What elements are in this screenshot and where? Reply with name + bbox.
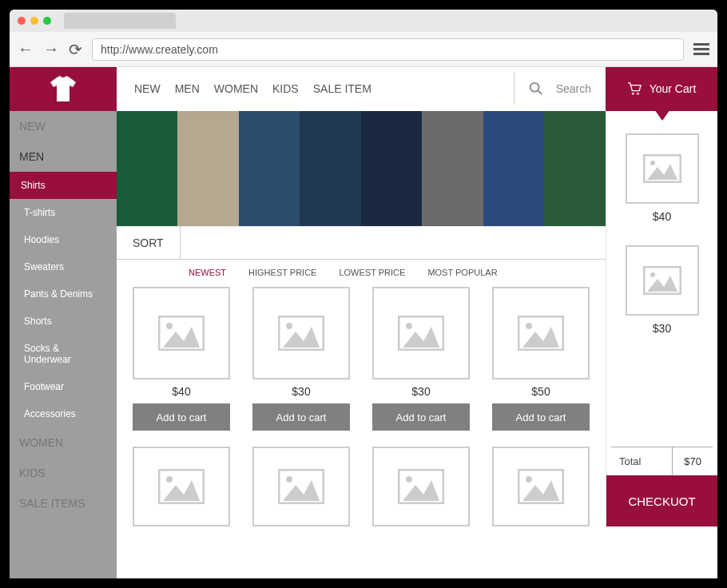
product-image[interactable]: [133, 447, 230, 526]
svg-marker-12: [403, 327, 439, 348]
search-area[interactable]: Search: [514, 73, 606, 105]
add-to-cart-button[interactable]: Add to cart: [133, 403, 230, 431]
product-price: $30: [411, 385, 430, 398]
svg-point-26: [526, 476, 532, 483]
svg-point-3: [637, 93, 639, 95]
tshirt-icon: [49, 76, 77, 103]
reload-icon[interactable]: ⟳: [69, 40, 82, 59]
product-price: $30: [292, 385, 310, 398]
browser-toolbar: ← → ⟳: [10, 32, 717, 67]
sort-bar: SORT: [117, 226, 606, 260]
cart-item-image[interactable]: [626, 133, 699, 204]
cart-item: $30: [606, 239, 717, 351]
add-to-cart-button[interactable]: Add to cart: [372, 403, 470, 431]
sidebar-sub-shirts[interactable]: Shirts: [10, 172, 117, 199]
cart-item-price: $40: [653, 210, 671, 223]
sidebar-sub-socks[interactable]: Socks & Underwear: [10, 335, 117, 373]
svg-point-8: [286, 323, 292, 329]
window-maximize-dot[interactable]: [43, 17, 51, 25]
product-card: $30 Add to cart: [252, 287, 350, 431]
cart-total-value: $70: [673, 447, 713, 475]
window-minimize-dot[interactable]: [30, 17, 38, 25]
sidebar: NEW MEN Shirts T-shirts Hoodies Sweaters…: [10, 67, 117, 578]
sort-label: SORT: [117, 227, 181, 259]
sort-highest-price[interactable]: HIGHEST PRICE: [248, 268, 316, 277]
cart-pointer-icon: [654, 109, 670, 121]
sidebar-item-men[interactable]: MEN: [10, 141, 117, 172]
sidebar-sub-shorts[interactable]: Shorts: [10, 308, 117, 335]
svg-point-0: [530, 83, 538, 92]
sidebar-item-women[interactable]: WOMEN: [10, 427, 117, 458]
cart-label: Your Cart: [650, 82, 697, 95]
svg-point-5: [166, 323, 173, 329]
checkout-button[interactable]: CHECKUOT: [606, 475, 717, 526]
window-close-dot[interactable]: [18, 17, 26, 25]
add-to-cart-button[interactable]: Add to cart: [492, 403, 590, 431]
svg-marker-6: [163, 327, 200, 348]
product-image[interactable]: [372, 287, 470, 379]
svg-point-32: [650, 272, 655, 277]
svg-marker-24: [403, 480, 439, 501]
sort-lowest-price[interactable]: LOWEST PRICE: [339, 268, 405, 277]
product-card: $40 Add to cart: [133, 287, 230, 431]
product-card: $30 Add to cart: [372, 287, 470, 431]
browser-tab-bar: [10, 10, 717, 32]
sidebar-sub-tshirts[interactable]: T-shirts: [10, 199, 117, 226]
sort-newest[interactable]: NEWEST: [189, 268, 226, 277]
product-image[interactable]: [492, 447, 590, 526]
topnav-new[interactable]: NEW: [134, 82, 161, 95]
logo[interactable]: [10, 67, 117, 111]
search-placeholder: Search: [556, 82, 591, 95]
sidebar-sub-pants[interactable]: Pants & Denims: [10, 280, 117, 308]
svg-point-14: [526, 323, 532, 329]
svg-marker-9: [283, 327, 320, 348]
cart-item-price: $30: [653, 322, 671, 335]
cart-item-image[interactable]: [626, 245, 699, 316]
product-image[interactable]: [372, 447, 470, 526]
url-input[interactable]: [92, 38, 684, 61]
svg-point-23: [406, 476, 412, 483]
svg-point-2: [632, 93, 634, 95]
add-to-cart-button[interactable]: Add to cart: [252, 403, 350, 431]
svg-line-1: [538, 91, 542, 95]
sidebar-item-kids[interactable]: KIDS: [10, 458, 117, 488]
svg-point-20: [286, 476, 292, 483]
product-image[interactable]: [252, 447, 350, 526]
svg-marker-27: [522, 480, 559, 501]
svg-point-17: [166, 476, 173, 483]
product-price: $40: [172, 385, 190, 398]
top-bar: NEW MEN WOMEN KIDS SALE ITEM Search Your…: [117, 67, 717, 111]
forward-arrow-icon[interactable]: →: [43, 40, 59, 58]
svg-marker-33: [647, 276, 677, 292]
sidebar-sub-sweaters[interactable]: Sweaters: [10, 253, 117, 280]
product-image[interactable]: [133, 287, 230, 379]
product-image[interactable]: [492, 287, 590, 379]
svg-marker-21: [283, 480, 320, 501]
back-arrow-icon[interactable]: ←: [18, 40, 34, 58]
cart-total-label: Total: [611, 447, 673, 475]
svg-point-29: [650, 161, 655, 165]
svg-marker-15: [522, 327, 559, 348]
sidebar-item-new[interactable]: NEW: [10, 111, 117, 141]
svg-point-11: [406, 323, 412, 329]
topnav-kids[interactable]: KIDS: [272, 82, 299, 95]
sidebar-sub-accessories[interactable]: Accessories: [10, 400, 117, 427]
topnav-sale[interactable]: SALE ITEM: [313, 82, 371, 95]
sidebar-sub-footwear[interactable]: Footwear: [10, 373, 117, 400]
sidebar-item-sale[interactable]: SALE ITEMS: [10, 488, 117, 518]
product-price: $50: [531, 385, 550, 398]
hamburger-icon[interactable]: [693, 43, 709, 55]
product-image[interactable]: [252, 287, 350, 379]
svg-marker-18: [163, 480, 200, 501]
cart-total-row: Total $70: [611, 447, 713, 475]
browser-tab[interactable]: [64, 13, 176, 29]
your-cart-button[interactable]: Your Cart: [606, 67, 717, 111]
sort-most-popular[interactable]: MOST POPULAR: [427, 268, 497, 277]
sidebar-sub-hoodies[interactable]: Hoodies: [10, 226, 117, 253]
topnav-women[interactable]: WOMEN: [214, 82, 258, 95]
topnav-men[interactable]: MEN: [175, 82, 200, 95]
search-icon: [529, 81, 543, 96]
cart-panel: $40 $30 Total $70 CHECKUOT: [606, 111, 717, 526]
product-card: $50 Add to cart: [492, 287, 590, 431]
hero-banner: [117, 111, 606, 226]
